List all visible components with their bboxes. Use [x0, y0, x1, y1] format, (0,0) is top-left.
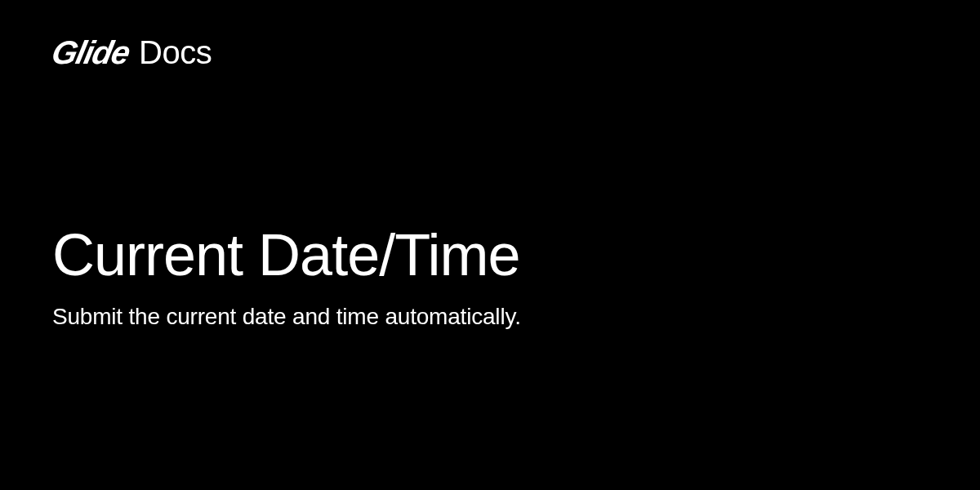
header: Glide Docs	[52, 34, 212, 71]
page-subtitle: Submit the current date and time automat…	[52, 301, 521, 332]
page-title: Current Date/Time	[52, 225, 521, 287]
brand-suffix: Docs	[139, 34, 212, 71]
brand-logo: Glide	[48, 34, 133, 71]
content-block: Current Date/Time Submit the current dat…	[52, 225, 521, 332]
